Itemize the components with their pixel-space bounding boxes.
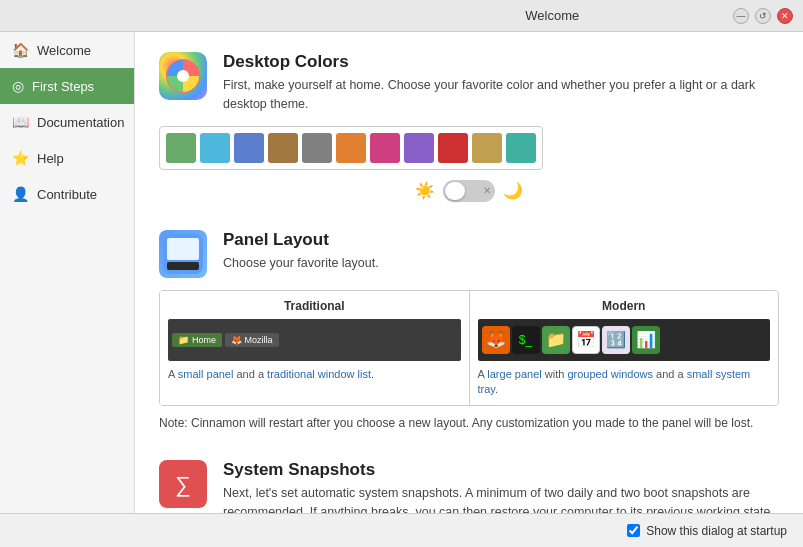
sidebar-label-help: Help	[37, 151, 64, 166]
sidebar-item-contribute[interactable]: 👤 Contribute	[0, 176, 134, 212]
traditional-desc: A small panel and a traditional window l…	[168, 367, 461, 382]
desktop-colors-header: Desktop Colors First, make yourself at h…	[159, 52, 779, 114]
sidebar: 🏠 Welcome ◎ First Steps 📖 Documentation …	[0, 32, 135, 513]
swatch-teal[interactable]	[506, 133, 536, 163]
sidebar-item-first-steps[interactable]: ◎ First Steps	[0, 68, 134, 104]
swatch-green[interactable]	[166, 133, 196, 163]
modern-firefox-icon: 🦊	[482, 326, 510, 354]
svg-rect-3	[167, 262, 199, 270]
footer: Show this dialog at startup	[0, 513, 803, 547]
swatch-pink[interactable]	[370, 133, 400, 163]
system-snapshots-header: ∑ System Snapshots Next, let's set autom…	[159, 460, 779, 513]
snapshots-title: System Snapshots	[223, 460, 779, 480]
sidebar-item-help[interactable]: ⭐ Help	[0, 140, 134, 176]
panel-layout-section: Panel Layout Choose your favorite layout…	[159, 230, 779, 433]
system-snapshots-section: ∑ System Snapshots Next, let's set autom…	[159, 460, 779, 513]
traditional-preview: 📁 Home 🦊 Mozilla	[168, 319, 461, 361]
desktop-colors-icon	[159, 52, 207, 100]
content-area: Desktop Colors First, make yourself at h…	[135, 32, 803, 513]
toggle-knob	[445, 182, 465, 200]
restore-button[interactable]: ↺	[755, 8, 771, 24]
window-controls: — ↺ ✕	[733, 8, 793, 24]
desktop-colors-title: Desktop Colors	[223, 52, 779, 72]
desktop-colors-section: Desktop Colors First, make yourself at h…	[159, 52, 779, 202]
snapshots-desc: Next, let's set automatic system snapsho…	[223, 484, 779, 513]
swatch-brown[interactable]	[268, 133, 298, 163]
modern-calendar-icon: 📅	[572, 326, 600, 354]
traditional-home-item: 📁 Home	[172, 333, 222, 347]
startup-checkbox-container[interactable]: Show this dialog at startup	[627, 524, 787, 538]
close-button[interactable]: ✕	[777, 8, 793, 24]
minimize-button[interactable]: —	[733, 8, 749, 24]
swatch-tan[interactable]	[472, 133, 502, 163]
modern-desc: A large panel with grouped windows and a…	[478, 367, 771, 398]
swatch-red[interactable]	[438, 133, 468, 163]
swatch-blue[interactable]	[234, 133, 264, 163]
sidebar-item-documentation[interactable]: 📖 Documentation	[0, 104, 134, 140]
traditional-firefox-item: 🦊 Mozilla	[225, 333, 279, 347]
toggle-x-icon: ✕	[483, 185, 491, 196]
panel-layout-options: Traditional 📁 Home 🦊 Mozilla A small pan…	[159, 290, 779, 407]
titlebar: Welcome — ↺ ✕	[0, 0, 803, 32]
desktop-colors-desc: First, make yourself at home. Choose you…	[223, 76, 779, 114]
snapshots-icon: ∑	[159, 460, 207, 508]
window-title: Welcome	[372, 8, 734, 23]
panel-layout-header: Panel Layout Choose your favorite layout…	[159, 230, 779, 278]
traditional-label: Traditional	[168, 299, 461, 313]
sidebar-label-welcome: Welcome	[37, 43, 91, 58]
sidebar-label-contribute: Contribute	[37, 187, 97, 202]
first-steps-icon: ◎	[12, 78, 24, 94]
swatch-purple[interactable]	[404, 133, 434, 163]
svg-point-1	[177, 70, 189, 82]
panel-layout-icon	[159, 230, 207, 278]
panel-layout-desc: Choose your favorite layout.	[223, 254, 379, 273]
modern-icons: 🦊 $_ 📁 📅 🔢 📊	[482, 326, 660, 354]
modern-label: Modern	[478, 299, 771, 313]
startup-checkbox-label: Show this dialog at startup	[646, 524, 787, 538]
svg-rect-4	[167, 238, 199, 260]
svg-text:∑: ∑	[175, 472, 191, 497]
documentation-icon: 📖	[12, 114, 29, 130]
sidebar-item-welcome[interactable]: 🏠 Welcome	[0, 32, 134, 68]
system-snapshots-text: System Snapshots Next, let's set automat…	[223, 460, 779, 513]
main-container: 🏠 Welcome ◎ First Steps 📖 Documentation …	[0, 32, 803, 513]
modern-terminal-icon: $_	[512, 326, 540, 354]
panel-layout-text: Panel Layout Choose your favorite layout…	[223, 230, 379, 273]
modern-layout-option[interactable]: Modern 🦊 $_ 📁 📅 🔢 📊 A large panel with g	[469, 291, 779, 406]
theme-toggle: ☀️ ✕ 🌙	[159, 180, 779, 202]
modern-calc-icon: 🔢	[602, 326, 630, 354]
swatch-gray[interactable]	[302, 133, 332, 163]
desktop-colors-text: Desktop Colors First, make yourself at h…	[223, 52, 779, 114]
sidebar-label-documentation: Documentation	[37, 115, 124, 130]
swatch-cyan[interactable]	[200, 133, 230, 163]
sidebar-label-first-steps: First Steps	[32, 79, 94, 94]
dark-theme-icon: 🌙	[503, 181, 523, 200]
traditional-layout-option[interactable]: Traditional 📁 Home 🦊 Mozilla A small pan…	[160, 291, 469, 406]
panel-layout-title: Panel Layout	[223, 230, 379, 250]
modern-extra-icon: 📊	[632, 326, 660, 354]
theme-switch[interactable]: ✕	[443, 180, 495, 202]
color-swatches	[159, 126, 543, 170]
panel-note: Note: Cinnamon will restart after you ch…	[159, 414, 779, 432]
modern-files-icon: 📁	[542, 326, 570, 354]
contribute-icon: 👤	[12, 186, 29, 202]
swatch-orange[interactable]	[336, 133, 366, 163]
startup-checkbox[interactable]	[627, 524, 640, 537]
help-icon: ⭐	[12, 150, 29, 166]
home-icon: 🏠	[12, 42, 29, 58]
modern-preview: 🦊 $_ 📁 📅 🔢 📊	[478, 319, 771, 361]
light-theme-icon: ☀️	[415, 181, 435, 200]
